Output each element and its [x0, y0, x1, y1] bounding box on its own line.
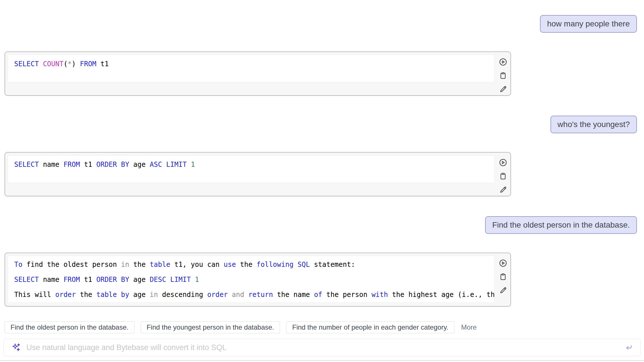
code-token: LIMIT	[166, 161, 187, 168]
edit-sql-button[interactable]	[498, 185, 508, 195]
assistant-response-box: SELECT name FROM t1 ORDER BY age ASC LIM…	[5, 152, 511, 196]
enter-submit-icon[interactable]	[624, 343, 633, 352]
code-token: FROM	[63, 161, 80, 168]
code-token: the name	[273, 291, 314, 299]
run-sql-button[interactable]	[498, 158, 508, 168]
run-icon	[498, 57, 508, 67]
code-token: return	[248, 291, 273, 299]
edit-icon	[498, 185, 508, 195]
code-line: To find the oldest person in the table t…	[14, 257, 494, 272]
code-token: and	[232, 291, 244, 299]
code-token: following	[257, 261, 294, 269]
sql-code-editor[interactable]: SELECT name FROM t1 ORDER BY age ASC LIM…	[8, 155, 495, 183]
code-token	[244, 291, 248, 299]
code-token: FROM	[80, 60, 96, 68]
copy-icon	[498, 272, 508, 282]
nl2sql-input-bar	[3, 339, 641, 356]
sparkles-icon	[11, 342, 21, 353]
code-token: the	[236, 261, 256, 269]
code-token: age	[129, 291, 150, 299]
assistant-response-box: SELECT COUNT(*) FROM t1	[5, 51, 511, 96]
edit-icon	[498, 85, 508, 95]
code-line: SELECT COUNT(*) FROM t1	[14, 57, 494, 71]
code-token: use	[224, 261, 236, 269]
code-token: table	[150, 261, 170, 269]
user-message-row: how many people there	[0, 15, 644, 33]
copy-icon	[498, 71, 508, 81]
code-token: the	[129, 261, 150, 269]
chat-history: how many people thereSELECT COUNT(*) FRO…	[0, 0, 644, 307]
code-token: table	[96, 291, 117, 299]
code-token: 1	[195, 276, 199, 284]
code-token: name	[39, 276, 64, 284]
code-token: the person	[322, 291, 371, 299]
copy-sql-button[interactable]	[498, 172, 508, 181]
user-message-row: who's the youngest?	[0, 116, 644, 133]
edit-icon	[498, 286, 508, 296]
sql-chat-page: how many people thereSELECT COUNT(*) FRO…	[0, 0, 644, 362]
code-token	[191, 276, 195, 284]
code-token: *	[68, 60, 72, 68]
user-message-bubble: who's the youngest?	[550, 116, 637, 133]
response-actions	[498, 57, 508, 94]
code-token: SELECT	[14, 60, 39, 68]
code-token: age	[129, 161, 150, 168]
code-token: t1	[80, 161, 96, 168]
code-token: ORDER	[96, 161, 117, 168]
user-message-row: Find the oldest person in the database.	[0, 216, 644, 234]
code-token: t1	[96, 60, 109, 68]
code-token: COUNT	[43, 60, 63, 68]
code-token: DESC	[150, 276, 166, 284]
code-token: statement:	[310, 261, 355, 269]
code-token: find the oldest person	[22, 261, 121, 269]
sql-code-editor[interactable]: SELECT COUNT(*) FROM t1	[8, 55, 495, 82]
copy-sql-button[interactable]	[498, 272, 508, 282]
run-sql-button[interactable]	[498, 57, 508, 67]
code-token: (	[63, 60, 67, 68]
code-token: BY	[121, 276, 129, 284]
suggestion-chip[interactable]: Find the youngest person in the database…	[141, 321, 280, 333]
response-actions	[498, 259, 508, 296]
code-token	[228, 291, 232, 299]
code-token	[166, 276, 170, 284]
run-sql-button[interactable]	[498, 259, 508, 268]
code-token: with	[371, 291, 388, 299]
suggestion-chip[interactable]: Find the oldest person in the database.	[5, 321, 134, 333]
copy-icon	[498, 172, 508, 182]
run-icon	[498, 259, 508, 269]
code-token: the highest age (i.e., the	[388, 291, 495, 299]
more-suggestions-button[interactable]: More	[461, 323, 477, 331]
code-token: ASC	[150, 161, 162, 168]
code-line: SELECT name FROM t1 ORDER BY age DESC LI…	[14, 272, 494, 287]
code-line: SELECT name FROM t1 ORDER BY age ASC LIM…	[14, 157, 494, 172]
code-line: This will order the table by age in desc…	[14, 287, 494, 302]
code-token: )	[72, 60, 80, 68]
natural-language-input[interactable]	[26, 343, 619, 352]
code-token: order	[207, 291, 228, 299]
code-token: in	[121, 261, 129, 269]
suggestion-chip[interactable]: Find the number of people in each gender…	[286, 321, 454, 333]
sql-code-editor[interactable]: To find the oldest person in the table t…	[8, 256, 495, 303]
assistant-message-row: SELECT COUNT(*) FROM t1	[0, 51, 644, 96]
edit-sql-button[interactable]	[498, 286, 508, 296]
code-token: SQL	[298, 261, 310, 269]
assistant-response-box: To find the oldest person in the table t…	[5, 253, 511, 307]
suggestion-row: Find the oldest person in the database.F…	[5, 321, 644, 333]
user-message-bubble: Find the oldest person in the database.	[485, 216, 637, 234]
code-token: This will	[14, 291, 55, 299]
code-token: ORDER	[96, 276, 117, 284]
assistant-message-row: SELECT name FROM t1 ORDER BY age ASC LIM…	[0, 152, 644, 196]
response-actions	[498, 158, 508, 195]
code-token: of	[314, 291, 322, 299]
user-message-bubble: how many people there	[540, 15, 637, 33]
code-token: order	[55, 291, 76, 299]
code-token	[117, 291, 121, 299]
copy-sql-button[interactable]	[498, 71, 508, 81]
code-token: BY	[121, 161, 129, 168]
code-token	[39, 60, 43, 68]
code-token: the	[76, 291, 96, 299]
code-token	[117, 276, 121, 284]
code-token: t1	[80, 276, 96, 284]
assistant-message-row: To find the oldest person in the table t…	[0, 253, 644, 307]
edit-sql-button[interactable]	[498, 85, 508, 94]
